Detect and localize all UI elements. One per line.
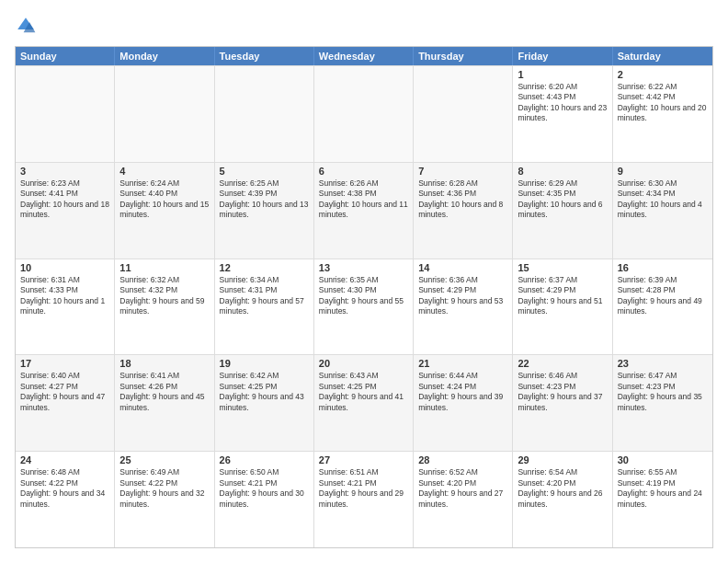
cal-cell: 24Sunrise: 6:48 AM Sunset: 4:22 PM Dayli… — [16, 452, 115, 547]
cal-cell: 17Sunrise: 6:40 AM Sunset: 4:27 PM Dayli… — [16, 355, 115, 451]
logo-icon — [15, 15, 37, 37]
cell-info: Sunrise: 6:54 AM Sunset: 4:20 PM Dayligh… — [518, 467, 607, 510]
day-number: 20 — [319, 358, 408, 369]
day-number: 12 — [220, 262, 309, 273]
cell-info: Sunrise: 6:49 AM Sunset: 4:22 PM Dayligh… — [119, 467, 209, 510]
cal-header-cell: Friday — [513, 47, 612, 65]
cal-cell — [215, 66, 314, 162]
day-number: 13 — [319, 262, 408, 273]
cal-cell: 11Sunrise: 6:32 AM Sunset: 4:32 PM Dayli… — [115, 259, 214, 355]
cal-row: 3Sunrise: 6:23 AM Sunset: 4:41 PM Daylig… — [16, 162, 712, 259]
cal-cell: 7Sunrise: 6:28 AM Sunset: 4:36 PM Daylig… — [414, 163, 513, 259]
cal-row: 10Sunrise: 6:31 AM Sunset: 4:33 PM Dayli… — [16, 259, 712, 355]
day-number: 27 — [319, 454, 408, 465]
page: SundayMondayTuesdayWednesdayThursdayFrid… — [0, 0, 728, 563]
day-number: 21 — [418, 358, 507, 369]
cell-info: Sunrise: 6:51 AM Sunset: 4:21 PM Dayligh… — [319, 467, 408, 510]
cal-cell: 6Sunrise: 6:26 AM Sunset: 4:38 PM Daylig… — [314, 163, 414, 259]
cal-header-cell: Saturday — [613, 47, 712, 65]
cell-info: Sunrise: 6:40 AM Sunset: 4:27 PM Dayligh… — [20, 371, 109, 413]
day-number: 5 — [220, 166, 309, 177]
cal-cell: 29Sunrise: 6:54 AM Sunset: 4:20 PM Dayli… — [513, 452, 612, 547]
cell-info: Sunrise: 6:50 AM Sunset: 4:21 PM Dayligh… — [220, 467, 309, 510]
day-number: 29 — [518, 454, 607, 465]
cell-info: Sunrise: 6:41 AM Sunset: 4:26 PM Dayligh… — [119, 371, 209, 413]
calendar: SundayMondayTuesdayWednesdayThursdayFrid… — [15, 46, 713, 548]
cell-info: Sunrise: 6:37 AM Sunset: 4:29 PM Dayligh… — [518, 275, 607, 317]
cal-row: 24Sunrise: 6:48 AM Sunset: 4:22 PM Dayli… — [16, 451, 712, 547]
cell-info: Sunrise: 6:25 AM Sunset: 4:39 PM Dayligh… — [220, 178, 309, 221]
day-number: 4 — [119, 166, 209, 177]
cal-cell: 27Sunrise: 6:51 AM Sunset: 4:21 PM Dayli… — [314, 452, 414, 547]
day-number: 2 — [618, 69, 708, 80]
day-number: 30 — [618, 454, 708, 465]
cell-info: Sunrise: 6:46 AM Sunset: 4:23 PM Dayligh… — [518, 371, 607, 413]
cal-cell: 10Sunrise: 6:31 AM Sunset: 4:33 PM Dayli… — [16, 259, 115, 355]
logo — [15, 15, 40, 37]
cal-cell: 4Sunrise: 6:24 AM Sunset: 4:40 PM Daylig… — [115, 163, 214, 259]
cal-cell — [115, 66, 214, 162]
cell-info: Sunrise: 6:39 AM Sunset: 4:28 PM Dayligh… — [618, 275, 708, 317]
day-number: 18 — [119, 358, 209, 369]
cal-cell: 20Sunrise: 6:43 AM Sunset: 4:25 PM Dayli… — [314, 355, 414, 451]
day-number: 14 — [418, 262, 507, 273]
cal-header-cell: Thursday — [414, 47, 513, 65]
cal-cell: 1Sunrise: 6:20 AM Sunset: 4:43 PM Daylig… — [513, 66, 612, 162]
cal-cell: 16Sunrise: 6:39 AM Sunset: 4:28 PM Dayli… — [613, 259, 712, 355]
cal-header-cell: Sunday — [16, 47, 115, 65]
cal-cell: 5Sunrise: 6:25 AM Sunset: 4:39 PM Daylig… — [215, 163, 314, 259]
cell-info: Sunrise: 6:42 AM Sunset: 4:25 PM Dayligh… — [220, 371, 309, 413]
cell-info: Sunrise: 6:34 AM Sunset: 4:31 PM Dayligh… — [220, 275, 309, 317]
cell-info: Sunrise: 6:26 AM Sunset: 4:38 PM Dayligh… — [319, 178, 408, 221]
cal-cell: 13Sunrise: 6:35 AM Sunset: 4:30 PM Dayli… — [314, 259, 414, 355]
day-number: 10 — [20, 262, 109, 273]
cal-cell: 19Sunrise: 6:42 AM Sunset: 4:25 PM Dayli… — [215, 355, 314, 451]
cell-info: Sunrise: 6:48 AM Sunset: 4:22 PM Dayligh… — [20, 467, 109, 510]
cell-info: Sunrise: 6:30 AM Sunset: 4:34 PM Dayligh… — [618, 178, 708, 221]
cell-info: Sunrise: 6:32 AM Sunset: 4:32 PM Dayligh… — [119, 275, 209, 317]
header — [15, 15, 713, 37]
cell-info: Sunrise: 6:31 AM Sunset: 4:33 PM Dayligh… — [20, 275, 109, 317]
cal-cell: 9Sunrise: 6:30 AM Sunset: 4:34 PM Daylig… — [613, 163, 712, 259]
cal-row: 17Sunrise: 6:40 AM Sunset: 4:27 PM Dayli… — [16, 354, 712, 451]
cal-cell: 14Sunrise: 6:36 AM Sunset: 4:29 PM Dayli… — [414, 259, 513, 355]
cal-header-cell: Tuesday — [215, 47, 314, 65]
cal-cell: 12Sunrise: 6:34 AM Sunset: 4:31 PM Dayli… — [215, 259, 314, 355]
cal-cell: 26Sunrise: 6:50 AM Sunset: 4:21 PM Dayli… — [215, 452, 314, 547]
cal-cell — [314, 66, 414, 162]
cell-info: Sunrise: 6:55 AM Sunset: 4:19 PM Dayligh… — [618, 467, 708, 510]
cal-cell: 28Sunrise: 6:52 AM Sunset: 4:20 PM Dayli… — [414, 452, 513, 547]
day-number: 6 — [319, 166, 408, 177]
cal-cell: 18Sunrise: 6:41 AM Sunset: 4:26 PM Dayli… — [115, 355, 214, 451]
cell-info: Sunrise: 6:47 AM Sunset: 4:23 PM Dayligh… — [618, 371, 708, 413]
cell-info: Sunrise: 6:24 AM Sunset: 4:40 PM Dayligh… — [119, 178, 209, 221]
cell-info: Sunrise: 6:44 AM Sunset: 4:24 PM Dayligh… — [418, 371, 507, 413]
cell-info: Sunrise: 6:23 AM Sunset: 4:41 PM Dayligh… — [20, 178, 109, 221]
day-number: 24 — [20, 454, 109, 465]
cal-cell: 30Sunrise: 6:55 AM Sunset: 4:19 PM Dayli… — [613, 452, 712, 547]
cal-cell — [414, 66, 513, 162]
cal-row: 1Sunrise: 6:20 AM Sunset: 4:43 PM Daylig… — [16, 65, 712, 162]
cell-info: Sunrise: 6:29 AM Sunset: 4:35 PM Dayligh… — [518, 178, 607, 221]
cell-info: Sunrise: 6:22 AM Sunset: 4:42 PM Dayligh… — [618, 82, 708, 124]
cell-info: Sunrise: 6:35 AM Sunset: 4:30 PM Dayligh… — [319, 275, 408, 317]
day-number: 23 — [618, 358, 708, 369]
cal-cell — [16, 66, 115, 162]
day-number: 8 — [518, 166, 607, 177]
cal-cell: 25Sunrise: 6:49 AM Sunset: 4:22 PM Dayli… — [115, 452, 214, 547]
day-number: 1 — [518, 69, 607, 80]
day-number: 9 — [618, 166, 708, 177]
day-number: 17 — [20, 358, 109, 369]
cell-info: Sunrise: 6:43 AM Sunset: 4:25 PM Dayligh… — [319, 371, 408, 413]
day-number: 28 — [418, 454, 507, 465]
day-number: 11 — [119, 262, 209, 273]
day-number: 26 — [220, 454, 309, 465]
day-number: 3 — [20, 166, 109, 177]
cal-cell: 8Sunrise: 6:29 AM Sunset: 4:35 PM Daylig… — [513, 163, 612, 259]
calendar-body: 1Sunrise: 6:20 AM Sunset: 4:43 PM Daylig… — [16, 65, 712, 547]
day-number: 15 — [518, 262, 607, 273]
day-number: 19 — [220, 358, 309, 369]
day-number: 25 — [119, 454, 209, 465]
cal-header-cell: Wednesday — [314, 47, 414, 65]
cal-header-cell: Monday — [115, 47, 214, 65]
